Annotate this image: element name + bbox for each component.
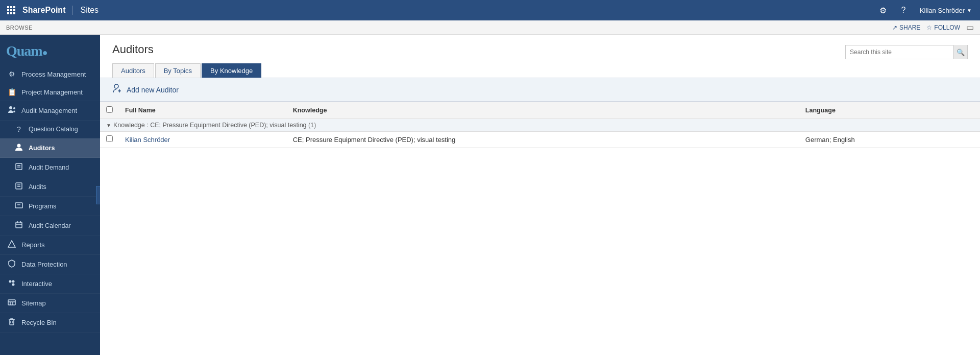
add-auditor-section[interactable]: Add new Auditor (100, 78, 980, 102)
share-label: SHARE (899, 24, 920, 31)
data-protection-icon (7, 259, 16, 269)
svg-point-11 (17, 144, 21, 148)
sidebar-item-label: Audits (29, 183, 93, 191)
audits-icon (14, 182, 23, 192)
auditors-icon (14, 143, 23, 153)
main-layout: Quam● ‹ ⚙ Process Management 📋 Project M… (0, 35, 980, 355)
sidebar-item-programs[interactable]: Programs (0, 197, 100, 216)
process-management-icon: ⚙ (7, 70, 16, 78)
row-language: German; English (799, 132, 980, 148)
collapse-icon[interactable]: ▼ (106, 123, 111, 128)
search-box: 🔍 (845, 45, 968, 59)
search-input[interactable] (846, 45, 953, 59)
sidebar-item-data-protection[interactable]: Data Protection (0, 255, 100, 274)
svg-point-26 (12, 283, 15, 286)
svg-marker-24 (8, 241, 15, 247)
row-checkbox[interactable] (106, 135, 113, 142)
search-button[interactable]: 🔍 (953, 45, 967, 59)
follow-label: FOLLOW (934, 24, 960, 31)
sidebar-item-label: Interactive (21, 280, 93, 288)
share-button[interactable]: ↗ SHARE (892, 24, 920, 31)
row-full-name[interactable]: Kilian Schröder (119, 132, 287, 148)
top-bar-right: ⚙ ? Kilian Schröder ▼ (875, 2, 976, 18)
svg-point-25 (9, 280, 12, 283)
svg-rect-5 (13, 9, 15, 11)
sidebar-item-project-management[interactable]: 📋 Project Management (0, 83, 100, 101)
question-catalog-icon: ? (14, 125, 23, 133)
tabs-bar: Auditors By Topics By Knowledge (100, 63, 980, 78)
sidebar-item-label: Audit Calendar (29, 222, 93, 229)
follow-icon: ☆ (926, 24, 932, 31)
select-all-checkbox[interactable] (106, 106, 113, 113)
user-dropdown-arrow: ▼ (967, 8, 972, 13)
svg-rect-28 (8, 300, 15, 305)
top-bar: SharePoint Sites ⚙ ? Kilian Schröder ▼ (0, 0, 980, 20)
row-checkbox-cell (100, 132, 119, 148)
svg-rect-3 (7, 9, 9, 11)
sidebar-item-sitemap[interactable]: Sitemap (0, 294, 100, 313)
sidebar-item-auditors[interactable]: Auditors (0, 138, 100, 158)
sidebar-item-audit-demand[interactable]: Audit Demand (0, 158, 100, 177)
interactive-icon (7, 279, 16, 289)
svg-rect-7 (10, 12, 12, 14)
column-knowledge: Knowledge (287, 102, 799, 119)
app-grid-button[interactable] (4, 3, 18, 17)
share-icon: ↗ (892, 24, 897, 31)
settings-button[interactable]: ⚙ (875, 2, 891, 18)
table-row: Kilian Schröder CE; Pressure Equipment D… (100, 132, 980, 148)
svg-rect-0 (7, 6, 9, 8)
chat-button[interactable]: ▭ (966, 22, 974, 32)
sitemap-icon (7, 298, 16, 308)
svg-rect-1 (10, 6, 12, 8)
sidebar-item-audits[interactable]: Audits (0, 177, 100, 197)
sidebar: Quam● ‹ ⚙ Process Management 📋 Project M… (0, 35, 100, 355)
sharepoint-label: SharePoint (22, 6, 65, 15)
tab-auditors[interactable]: Auditors (112, 63, 154, 78)
tab-by-knowledge[interactable]: By Knowledge (202, 63, 261, 78)
row-knowledge: CE; Pressure Equipment Directive (PED); … (287, 132, 799, 148)
brand: SharePoint (22, 6, 73, 15)
content-area: Auditors 🔍 Auditors By Topics By Knowled… (100, 35, 980, 355)
follow-button[interactable]: ☆ FOLLOW (926, 24, 960, 31)
tab-by-topics[interactable]: By Topics (155, 63, 201, 78)
sidebar-item-label: Data Protection (21, 261, 93, 268)
svg-point-9 (9, 106, 12, 109)
svg-rect-20 (16, 222, 22, 228)
help-button[interactable]: ? (895, 2, 912, 18)
programs-icon (14, 201, 23, 211)
sidebar-item-process-management[interactable]: ⚙ Process Management (0, 65, 100, 83)
sidebar-item-label: Reports (21, 241, 93, 249)
column-full-name: Full Name (119, 102, 287, 119)
svg-point-27 (12, 280, 15, 283)
sidebar-item-audit-management[interactable]: Audit Management (0, 101, 100, 121)
sidebar-item-question-catalog[interactable]: ? Question Catalog (0, 121, 100, 138)
reports-icon (7, 240, 16, 250)
sidebar-collapse-button[interactable]: ‹ (96, 186, 100, 204)
search-site-container: 🔍 (845, 43, 968, 59)
svg-rect-12 (16, 163, 22, 170)
sidebar-item-recycle-bin[interactable]: Recycle Bin (0, 313, 100, 333)
sub-bar-actions: ↗ SHARE ☆ FOLLOW ▭ (892, 22, 974, 32)
sidebar-item-label: Question Catalog (29, 126, 93, 133)
column-language: Language (799, 102, 980, 119)
svg-rect-15 (16, 183, 22, 189)
user-name: Kilian Schröder (920, 7, 965, 14)
sidebar-item-reports[interactable]: Reports (0, 235, 100, 255)
svg-rect-4 (10, 9, 12, 11)
sites-label: Sites (80, 6, 99, 15)
project-management-icon: 📋 (7, 88, 16, 96)
page-header: Auditors 🔍 (100, 35, 980, 63)
recycle-bin-icon (7, 318, 16, 327)
browse-label: BROWSE (6, 25, 33, 31)
auditors-table: Full Name Knowledge Language ▼Knowledge … (100, 102, 980, 148)
svg-rect-2 (13, 6, 15, 8)
sidebar-item-label: Auditors (29, 145, 93, 152)
user-menu[interactable]: Kilian Schröder ▼ (916, 7, 976, 14)
audit-management-icon (7, 106, 16, 115)
add-auditor-label: Add new Auditor (127, 86, 179, 94)
sidebar-item-interactive[interactable]: Interactive (0, 274, 100, 294)
sidebar-item-audit-calendar[interactable]: Audit Calendar (0, 216, 100, 235)
column-checkbox (100, 102, 119, 119)
svg-point-35 (114, 84, 118, 88)
sidebar-item-label: Audit Demand (29, 164, 93, 171)
